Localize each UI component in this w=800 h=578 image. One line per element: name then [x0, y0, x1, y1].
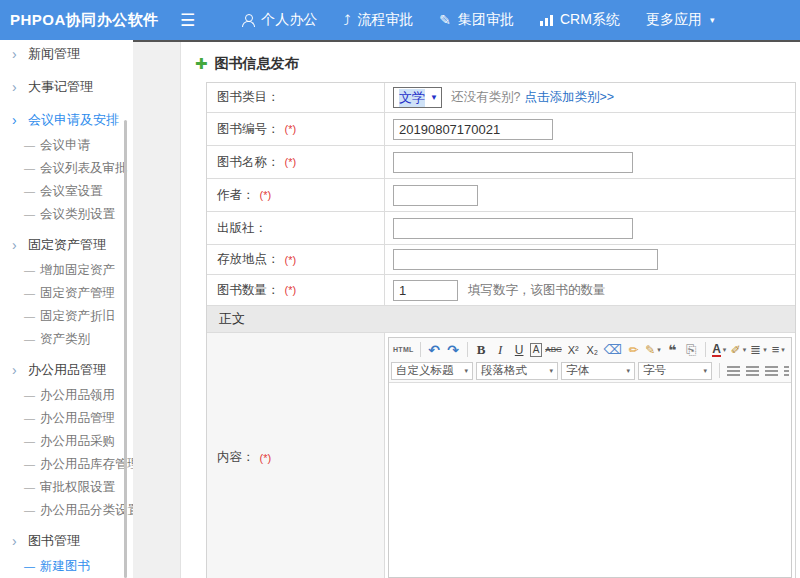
nav-label: 集团审批	[458, 11, 514, 29]
font-color-icon[interactable]: A▾	[711, 341, 728, 359]
underline-icon[interactable]: U	[511, 341, 528, 359]
sidebar-item-supplies-category[interactable]: —办公用品分类设置	[0, 499, 133, 522]
dash-icon: —	[24, 157, 35, 180]
font-border-icon[interactable]: A	[530, 343, 543, 357]
book-number-input[interactable]	[393, 119, 553, 140]
sidebar-group-books[interactable]: ›图书管理	[0, 527, 133, 555]
html-source-button[interactable]: HTML	[392, 341, 415, 359]
sidebar-item-approval-permission[interactable]: —审批权限设置	[0, 476, 133, 499]
sidebar-item-asset-category[interactable]: —资产类别	[0, 328, 133, 351]
editor-content-area[interactable]	[389, 383, 791, 577]
dash-icon: —	[24, 180, 35, 203]
sidebar-item-book-new[interactable]: —新建图书	[0, 555, 133, 578]
sidebar-group-assets[interactable]: ›固定资产管理	[0, 231, 133, 259]
sidebar-item-asset-depreciation[interactable]: —固定资产折旧	[0, 305, 133, 328]
bold-icon[interactable]: B	[473, 341, 490, 359]
category-hint: 还没有类别?	[451, 89, 520, 106]
sidebar-item-label: 大事记管理	[28, 79, 93, 94]
font-size-select[interactable]: 字号▾	[638, 362, 712, 380]
undo-icon[interactable]: ↶	[426, 341, 443, 359]
sidebar-group-events[interactable]: ›大事记管理	[0, 73, 133, 101]
align-right-icon[interactable]	[763, 362, 780, 380]
nav-group-approval[interactable]: ✎ 集团审批	[439, 11, 514, 29]
nav-workflow-approval[interactable]: ⤴ 流程审批	[343, 11, 413, 29]
form-row-author: 作者： (*)	[207, 179, 795, 212]
format-clean-icon[interactable]: ✏	[625, 341, 642, 359]
sidebar-item-label: 会议室设置	[40, 184, 103, 198]
strikethrough-icon[interactable]: ABC	[544, 341, 562, 359]
nav-label: CRM系统	[560, 11, 620, 29]
sidebar-item-label: 固定资产折旧	[40, 309, 115, 323]
redo-icon[interactable]: ↷	[445, 341, 462, 359]
subscript-icon[interactable]: X₂	[584, 341, 601, 359]
chevron-right-icon: ›	[12, 527, 17, 555]
dash-icon: —	[24, 476, 35, 499]
paste-icon[interactable]: ⎘	[683, 341, 700, 359]
unordered-list-icon[interactable]: ≡▾	[770, 341, 787, 359]
content-panel: ✚ 图书信息发布 图书类目： 文学 ▼ 还没有类别?	[180, 42, 800, 578]
dash-icon: —	[24, 555, 35, 578]
sidebar-item-meeting-category[interactable]: —会议类别设置	[0, 203, 133, 226]
category-select[interactable]: 文学 ▼	[393, 87, 442, 108]
top-header: PHPOA协同办公软件 ☰ 个人办公 ⤴ 流程审批 ✎ 集团审批 CRM系统 更…	[0, 0, 800, 40]
sidebar-item-meeting-list[interactable]: —会议列表及审批	[0, 157, 133, 180]
sidebar-item-label: 办公用品采购	[40, 434, 115, 448]
custom-title-select[interactable]: 自定义标题▾	[391, 362, 473, 380]
sidebar-item-label: 办公用品领用	[40, 388, 115, 402]
menu-toggle-icon[interactable]: ☰	[180, 12, 195, 29]
blockquote-icon[interactable]: ❝	[664, 341, 681, 359]
field-label: 图书类目：	[207, 83, 385, 112]
location-input[interactable]	[393, 249, 658, 270]
sidebar-scrollbar[interactable]	[124, 120, 127, 578]
sidebar-item-meeting-room[interactable]: —会议室设置	[0, 180, 133, 203]
nav-personal-office[interactable]: 个人办公	[241, 11, 317, 29]
sidebar-item-supplies-purchase[interactable]: —办公用品采购	[0, 430, 133, 453]
field-label: 出版社：	[207, 212, 385, 244]
form-row-publisher: 出版社：	[207, 212, 795, 245]
sidebar-item-asset-add[interactable]: —增加固定资产	[0, 259, 133, 282]
font-family-select[interactable]: 字体▾	[561, 362, 635, 380]
nav-label: 流程审批	[357, 11, 413, 29]
nav-crm-system[interactable]: CRM系统	[540, 11, 620, 29]
align-justify-icon[interactable]	[782, 362, 789, 380]
superscript-icon[interactable]: X²	[565, 341, 582, 359]
sidebar-item-label: 办公用品管理	[28, 362, 106, 377]
form-row-content: 内容： (*) HTML ↶ ↷	[207, 333, 795, 578]
bar-chart-icon	[540, 15, 553, 26]
toolbar-separator	[467, 342, 468, 357]
sidebar-group-news[interactable]: ›新闻管理	[0, 40, 133, 68]
rich-text-editor: HTML ↶ ↷ B I U A A	[388, 337, 792, 578]
chevron-right-icon: ›	[12, 106, 17, 134]
italic-icon[interactable]: I	[492, 341, 509, 359]
editor-toolbar: HTML ↶ ↷ B I U A A	[389, 338, 791, 383]
book-form: 图书类目： 文学 ▼ 还没有类别? 点击添加类别>>	[206, 82, 796, 578]
quantity-input[interactable]	[393, 280, 458, 301]
sidebar-item-supplies-claim[interactable]: —办公用品领用	[0, 384, 133, 407]
sidebar-item-meeting-apply[interactable]: —会议申请	[0, 134, 133, 157]
publisher-input[interactable]	[393, 218, 633, 239]
caret-down-icon: ▾	[743, 346, 747, 354]
sidebar-item-label: 固定资产管理	[28, 237, 106, 252]
sidebar-item-supplies-manage[interactable]: —办公用品管理	[0, 407, 133, 430]
eraser-icon[interactable]: ⌫	[603, 341, 623, 359]
chevron-right-icon: ›	[12, 40, 17, 68]
book-name-input[interactable]	[393, 152, 633, 173]
sidebar-group-supplies[interactable]: ›办公用品管理	[0, 356, 133, 384]
nav-more-apps[interactable]: 更多应用 ▾	[646, 11, 715, 29]
format-painter-icon[interactable]: ✎▾	[644, 341, 662, 359]
paragraph-format-select[interactable]: 段落格式▾	[476, 362, 558, 380]
dash-icon: —	[24, 259, 35, 282]
highlight-color-icon[interactable]: ✐▾	[730, 341, 748, 359]
author-input[interactable]	[393, 185, 478, 206]
dash-icon: —	[24, 430, 35, 453]
ordered-list-icon[interactable]: ≣▾	[749, 341, 767, 359]
caret-down-icon: ▾	[626, 367, 630, 375]
align-left-icon[interactable]	[725, 362, 742, 380]
sidebar-item-asset-manage[interactable]: —固定资产管理	[0, 282, 133, 305]
required-mark: (*)	[260, 452, 272, 464]
sidebar-item-label: 审批权限设置	[40, 480, 115, 494]
add-category-link[interactable]: 点击添加类别>>	[524, 89, 614, 106]
sidebar-item-supplies-stock[interactable]: —办公用品库存管理	[0, 453, 133, 476]
align-center-icon[interactable]	[744, 362, 761, 380]
sidebar-group-meetings[interactable]: ›会议申请及安排	[0, 106, 133, 134]
